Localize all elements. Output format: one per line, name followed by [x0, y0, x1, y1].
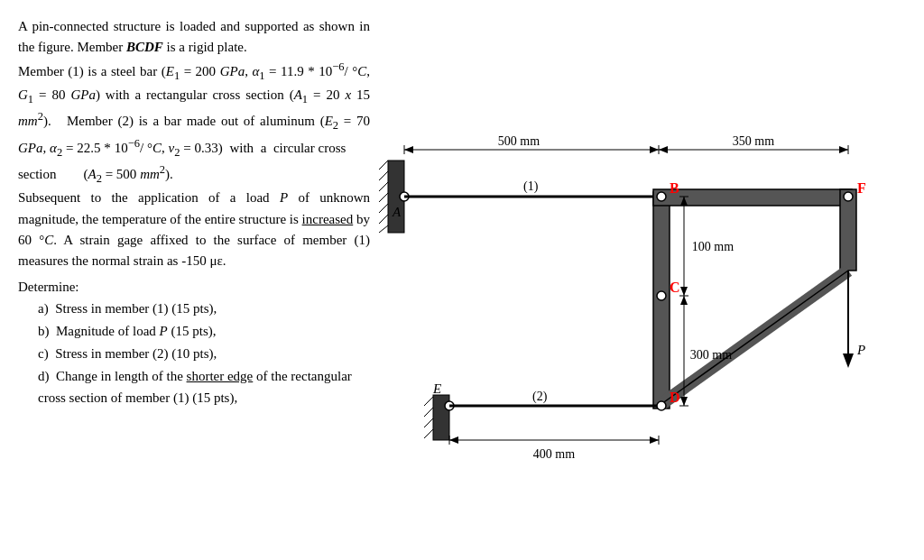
svg-line-3	[379, 182, 388, 191]
paragraph-2: Member (1) is a steel bar (E1 = 200 GPa,…	[18, 59, 370, 188]
label-E: E	[432, 381, 441, 396]
dim-350mm-label: 350 mm	[733, 134, 774, 148]
svg-line-36	[424, 397, 433, 406]
svg-marker-13	[404, 146, 413, 153]
svg-line-39	[424, 429, 433, 438]
label-C: C	[670, 280, 680, 295]
svg-point-47	[657, 401, 666, 410]
label-P: P	[856, 343, 865, 357]
dim-500mm-label: 500 mm	[498, 134, 540, 148]
svg-marker-17	[659, 146, 668, 153]
svg-marker-45	[449, 436, 458, 444]
svg-marker-33	[680, 296, 688, 305]
svg-point-48	[844, 192, 853, 201]
svg-line-23	[661, 271, 848, 404]
structure-diagram: 500 mm 350 mm B	[379, 16, 902, 548]
svg-marker-34	[680, 397, 688, 406]
problem-text: A pin-connected structure is loaded and …	[18, 16, 370, 551]
svg-point-25	[657, 291, 666, 300]
svg-line-2	[379, 171, 388, 180]
dim-400mm-label: 400 mm	[533, 447, 575, 461]
svg-marker-30	[680, 287, 688, 296]
question-b: b) Magnitude of load P (15 pts),	[38, 321, 370, 342]
question-list: a) Stress in member (1) (15 pts), b) Mag…	[38, 298, 370, 409]
svg-marker-14	[650, 146, 659, 153]
svg-line-38	[424, 418, 433, 427]
label-F: F	[857, 180, 866, 196]
svg-line-4	[379, 193, 388, 202]
label-D: D	[670, 390, 680, 405]
question-d: d) Change in length of the shorter edge …	[38, 366, 370, 409]
determine-label: Determine:	[18, 277, 370, 298]
dim-100mm-label: 100 mm	[692, 240, 734, 253]
dim-300mm-label: 300 mm	[690, 348, 732, 362]
underline-increased: increased	[302, 212, 354, 226]
underline-shorter-edge: shorter edge	[187, 369, 254, 383]
svg-line-1	[379, 161, 388, 170]
svg-marker-46	[650, 436, 659, 444]
svg-line-6	[379, 215, 388, 224]
svg-marker-50	[843, 353, 854, 368]
label-A: A	[392, 205, 402, 219]
svg-point-24	[657, 192, 666, 201]
member1-label: (1)	[523, 179, 539, 194]
svg-marker-18	[839, 146, 848, 153]
diagram-area: 500 mm 350 mm B	[379, 16, 906, 551]
member2-label: (2)	[532, 390, 548, 404]
member-bcdf: BCDF	[126, 40, 163, 54]
svg-line-7	[379, 225, 388, 233]
svg-line-37	[424, 408, 433, 417]
paragraph-1: A pin-connected structure is loaded and …	[18, 16, 370, 59]
svg-line-5	[379, 204, 388, 213]
page: A pin-connected structure is loaded and …	[0, 0, 924, 560]
label-B: B	[670, 180, 679, 196]
paragraph-3: Subsequent to the application of a load …	[18, 188, 370, 271]
question-a: a) Stress in member (1) (15 pts),	[38, 298, 370, 319]
question-c: c) Stress in member (2) (10 pts),	[38, 344, 370, 364]
